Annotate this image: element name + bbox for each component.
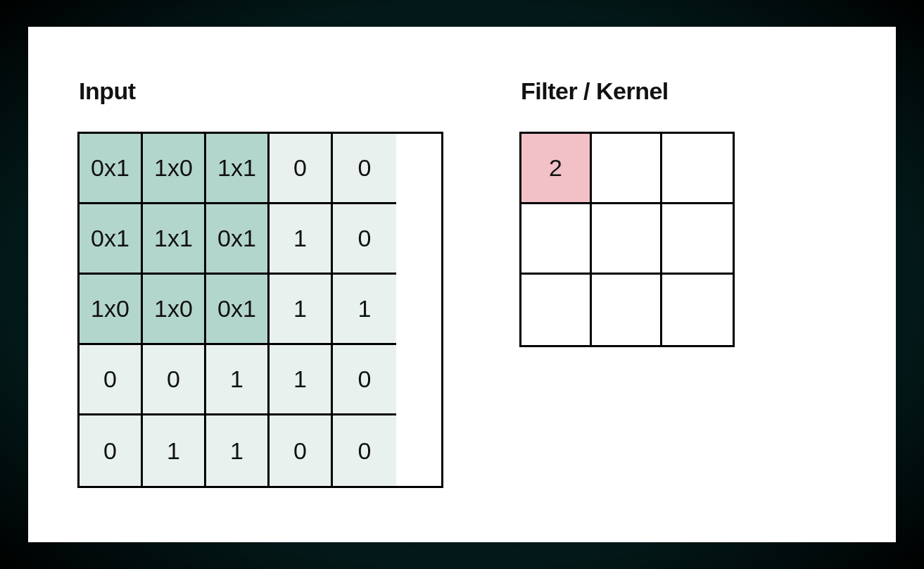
filter-heading: Filter / Kernel (521, 77, 735, 105)
input-grid: 0x1 1x0 1x1 0 0 0x1 1x1 0x1 1 0 1x0 1x0 … (77, 132, 443, 488)
filter-cell (662, 275, 733, 345)
input-heading: Input (79, 77, 443, 105)
input-cell: 0x1 (206, 204, 270, 275)
input-cell: 1 (333, 275, 396, 345)
diagram-card: Input 0x1 1x0 1x1 0 0 0x1 1x1 0x1 1 0 1x… (28, 27, 896, 542)
input-cell: 0 (333, 134, 396, 204)
input-column: Input 0x1 1x0 1x1 0 0 0x1 1x1 0x1 1 0 1x… (77, 77, 443, 488)
input-cell: 0 (333, 345, 396, 415)
filter-column: Filter / Kernel 2 (519, 77, 735, 488)
input-cell: 1 (206, 415, 270, 486)
input-cell: 1x1 (206, 134, 270, 204)
input-cell: 0 (80, 345, 143, 415)
input-cell: 1 (270, 204, 333, 275)
input-cell: 1x0 (143, 134, 206, 204)
filter-cell (521, 204, 592, 275)
input-cell: 1 (206, 345, 270, 415)
filter-cell (662, 134, 733, 204)
input-cell: 1x0 (80, 275, 143, 345)
input-cell: 0 (270, 134, 333, 204)
input-cell: 1 (270, 345, 333, 415)
input-cell: 0 (333, 204, 396, 275)
filter-cell (592, 275, 662, 345)
filter-cell (592, 204, 662, 275)
filter-cell (662, 204, 733, 275)
input-cell: 1x0 (143, 275, 206, 345)
input-cell: 0 (333, 415, 396, 486)
filter-cell (592, 134, 662, 204)
input-cell: 1 (143, 415, 206, 486)
input-cell: 1x1 (143, 204, 206, 275)
input-cell: 0 (80, 415, 143, 486)
filter-cell (521, 275, 592, 345)
input-cell: 0x1 (80, 204, 143, 275)
filter-cell: 2 (521, 134, 592, 204)
input-cell: 0 (270, 415, 333, 486)
input-cell: 0 (143, 345, 206, 415)
content-row: Input 0x1 1x0 1x1 0 0 0x1 1x1 0x1 1 0 1x… (28, 27, 896, 488)
input-cell: 0x1 (80, 134, 143, 204)
input-cell: 0x1 (206, 275, 270, 345)
input-cell: 1 (270, 275, 333, 345)
filter-grid: 2 (519, 132, 735, 347)
